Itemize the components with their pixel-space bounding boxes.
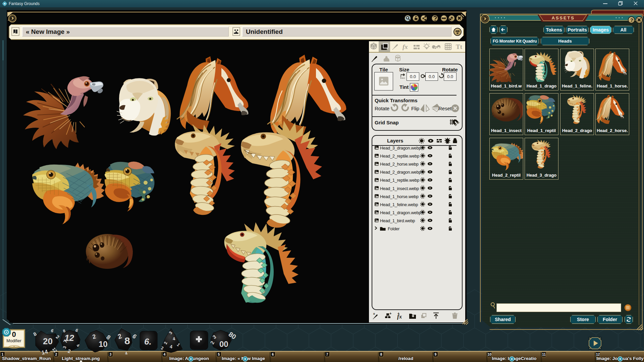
svg-text:+: + [373,312,375,316]
svg-text:6: 6 [50,328,54,334]
svg-text:+: + [389,312,391,315]
svg-text:8: 8 [124,335,130,346]
svg-text:20: 20 [43,336,53,346]
svg-text:10: 10 [99,340,108,349]
svg-text:6: 6 [131,333,138,340]
svg-text:4: 4 [124,351,128,355]
svg-text:fx: fx [402,43,408,50]
svg-text:8: 8 [32,331,38,337]
svg-text:6.: 6. [144,337,152,347]
svg-text:00: 00 [219,340,228,349]
svg-text:12: 12 [64,333,74,343]
svg-text:Tt: Tt [456,43,463,50]
svg-text:+: + [397,312,399,315]
svg-text:?: ? [630,17,633,23]
svg-text:6: 6 [74,327,79,333]
